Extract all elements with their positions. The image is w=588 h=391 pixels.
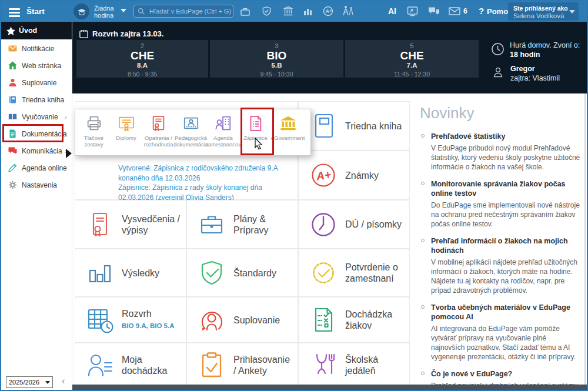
timetable-icon xyxy=(86,306,114,334)
popup-item-diplomy[interactable]: Diplomy xyxy=(110,113,142,155)
document-icon xyxy=(8,129,17,138)
mail-count-badge: 6 xyxy=(463,7,467,15)
sidebar-item-komunikacia[interactable]: Komunikácia › xyxy=(1,142,72,159)
sidebar-item-web-stranka[interactable]: Web stránka xyxy=(1,57,72,74)
lesson-card[interactable]: 2 CHE 8.A 8:50 - 9:35 xyxy=(76,40,208,78)
grades-a-plus-icon[interactable]: A+ xyxy=(323,6,333,16)
popup-item-zapisnice[interactable]: Zápisnice xyxy=(239,113,272,155)
news-item-heading[interactable]: Prehľadové štatistiky xyxy=(431,132,582,141)
school-year-selector[interactable]: 2025/2026 xyxy=(6,376,53,388)
tile-znamky[interactable]: A+ Známky xyxy=(298,151,410,200)
search-box[interactable] xyxy=(133,5,233,18)
dokumentacia-popup: Tlačové zostavy Diplomy Opatrenia / rozh… xyxy=(75,109,311,156)
collapse-sidebar-button[interactable]: ‹ xyxy=(62,376,65,386)
screen-cast-icon[interactable] xyxy=(407,6,418,16)
document-list-icon xyxy=(247,115,265,132)
calendar-icon xyxy=(79,29,88,38)
bottom-status-strip xyxy=(72,385,587,390)
news-title: Novinky xyxy=(420,104,582,122)
hamburger-menu-icon[interactable] xyxy=(9,6,20,19)
checklist-icon xyxy=(309,306,338,334)
user-menu[interactable]: Ste prihlásený ako Selena Vodíková xyxy=(508,2,579,21)
scrollbar-track[interactable] xyxy=(584,93,586,386)
sidebar-item-agenda-online[interactable]: Agenda online xyxy=(1,159,72,176)
sidebar-item-notifikacie[interactable]: Notifikácie xyxy=(1,40,72,57)
tile-label: Rozvrh xyxy=(122,308,174,319)
tile-vysvedcenia[interactable]: Vysvedčenia / výpisy xyxy=(75,200,186,249)
lesson-selector[interactable]: Žiadna hodina xyxy=(94,5,114,19)
tile-standardy[interactable]: Štandardy xyxy=(186,249,298,297)
document-seal-icon xyxy=(150,115,168,132)
sidebar-item-vyucovanie[interactable]: Vyučovanie › xyxy=(1,108,72,125)
book-icon xyxy=(8,95,17,104)
tile-skolska-jedalen[interactable]: Školská jedáleň xyxy=(298,343,410,387)
current-lesson-avatar[interactable] xyxy=(74,4,89,19)
search-input[interactable] xyxy=(148,7,233,15)
sidebar-item-dokumentacia[interactable]: Dokumentácia xyxy=(1,125,72,142)
envelope-icon xyxy=(8,44,17,53)
popup-pointer-icon xyxy=(66,149,72,158)
mail-envelope-icon[interactable] xyxy=(449,7,460,15)
tile-vysledky[interactable]: Výsledky xyxy=(75,249,186,297)
star-icon xyxy=(6,26,15,35)
tile-prihlasovanie-ankety[interactable]: Prihlasovanie / Ankety xyxy=(186,343,298,387)
document-recent-links[interactable]: Vytvorené: Zápisnica z rodičovského zdru… xyxy=(118,163,295,202)
news-item-heading[interactable]: Tvorba učebných materiálov v EduPage pom… xyxy=(431,303,582,322)
clock-icon xyxy=(309,210,338,239)
bell-hours: 18 hodín xyxy=(510,51,580,59)
lesson-selector-line1: Žiadna xyxy=(94,5,114,12)
help-question-icon[interactable]: ? xyxy=(479,6,484,16)
bank-building-icon[interactable] xyxy=(283,6,293,16)
sidebar-item-suplovanie[interactable]: Suplovanie xyxy=(1,74,72,91)
tile-suplovanie[interactable]: Suplovanie xyxy=(186,297,298,343)
ai-menu[interactable]: AI xyxy=(388,6,396,16)
tile-label: Prihlasovanie / Ankety xyxy=(233,354,298,376)
excursion-people-icon[interactable] xyxy=(342,5,355,17)
tile-du-pisomky[interactable]: DÚ / písomky xyxy=(298,200,410,249)
lesson-card[interactable]: 5 CHE 7.A 11:45 - 12:30 xyxy=(345,40,479,78)
bullet-icon xyxy=(421,372,425,375)
news-item: Prehľad informácií o žiakoch na mojich h… xyxy=(420,236,582,295)
news-item-body: V mobilnej aplikácii nájdete prehľad uži… xyxy=(431,258,582,295)
tile-moja-dochadzka[interactable]: Moja dochádzka xyxy=(75,343,186,387)
popup-item-label: Tlačové zostavy xyxy=(78,135,110,148)
person-icon xyxy=(8,78,17,87)
sidebar-item-uvod[interactable]: Úvod xyxy=(1,22,72,39)
lesson-card[interactable]: 3 BIO 5.B 9:45 - 10:30 xyxy=(210,40,343,78)
sidebar-item-label: Dokumentácia xyxy=(22,130,67,138)
certificate-icon xyxy=(86,210,114,239)
diploma-icon xyxy=(118,115,135,132)
sidebar-item-label: Vyučovanie xyxy=(22,113,58,121)
chat-bubbles-icon[interactable] xyxy=(428,6,440,16)
tile-label: Suplovanie xyxy=(233,315,283,326)
document-link[interactable]: Vytvorené: Zápisnica z rodičovského zdru… xyxy=(118,163,295,183)
chevron-down-icon[interactable] xyxy=(121,9,126,12)
tile-subtitle[interactable]: BIO 9.A, BIO 5.A xyxy=(122,320,174,332)
clipboard-check-icon xyxy=(198,351,226,379)
shield-check-icon[interactable] xyxy=(262,6,272,16)
popup-item-agenda-zamestnancov[interactable]: Agenda zamestnancov xyxy=(207,113,239,155)
tile-triedna-kniha[interactable]: Triedna kniha xyxy=(298,101,410,151)
start-menu-label[interactable]: Štart xyxy=(26,7,45,16)
tile-potvrdenie[interactable]: Potvrdenie o zamestnaní xyxy=(298,249,410,297)
popup-item-egovernment[interactable]: eGovernment xyxy=(272,113,304,155)
news-item-heading[interactable]: Prehľad informácií o žiakoch na mojich h… xyxy=(431,236,582,255)
schedule-title-text: Rozvrh zajtra 13.03. xyxy=(92,29,163,38)
popup-item-tlacove-zostavy[interactable]: Tlačové zostavy xyxy=(78,113,110,155)
bullet-icon xyxy=(421,134,425,138)
bullet-icon xyxy=(421,305,425,309)
tile-plany-pripravy[interactable]: Plány & Prípravy xyxy=(186,200,298,249)
briefcase-icon[interactable] xyxy=(240,6,250,16)
tile-rozvrh[interactable]: Rozvrh BIO 9.A, BIO 5.A xyxy=(75,297,186,343)
statistics-icon[interactable] xyxy=(303,6,313,16)
popup-item-pedagogicka-dokumentacia[interactable]: Pedagogická dokumentácia xyxy=(175,113,207,155)
news-item: Tvorba učebných materiálov v EduPage pom… xyxy=(420,303,582,362)
popup-item-opatrenia[interactable]: Opatrenia / rozhodnutia xyxy=(142,113,175,155)
tile-dochadzka-ziakov[interactable]: Dochádzka žiakov xyxy=(298,297,410,343)
person-lines-icon xyxy=(86,351,114,379)
tile-label-group: Rozvrh BIO 9.A, BIO 5.A xyxy=(122,308,178,332)
sidebar-item-triedna-kniha[interactable]: Triedna kniha xyxy=(1,91,72,108)
news-item-heading[interactable]: Monitorovanie správania žiakov počas onl… xyxy=(431,179,582,198)
sidebar-item-nastavenia[interactable]: Nastavenia xyxy=(1,176,72,193)
news-item-heading[interactable]: Čo je nové v EduPage? xyxy=(431,369,582,379)
